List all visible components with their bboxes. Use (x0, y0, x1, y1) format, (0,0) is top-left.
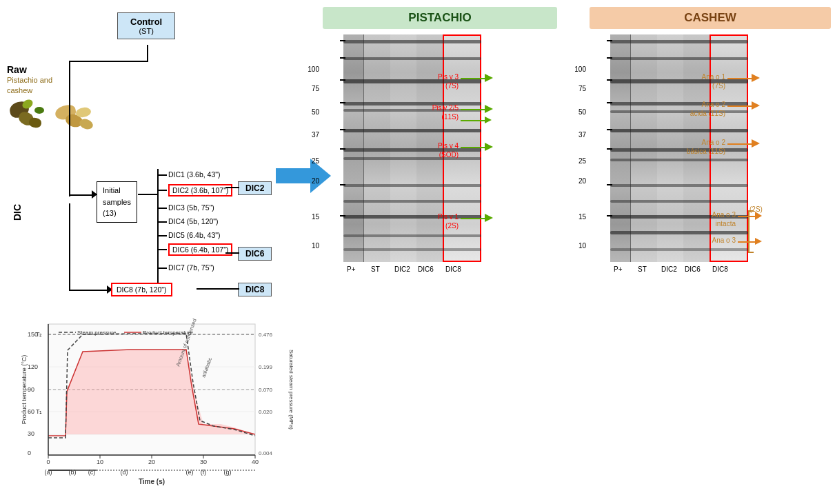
to-init-h-line (70, 194, 94, 196)
chart-area: Product temperature (°C) Saturated steam… (21, 317, 293, 486)
ctrl-h-line (69, 61, 148, 62)
svg-text:(e): (e) (186, 469, 194, 476)
pistachio-title: PISTACHIO (323, 7, 557, 29)
raw-section: Raw Pistachio andcashew (7, 64, 52, 97)
svg-text:0.199: 0.199 (259, 364, 273, 370)
cashew-panel: CASHEW 100 75 50 37 25 20 15 10 (590, 7, 831, 441)
pistachio-panel: PISTACHIO 100 75 50 37 25 20 15 10 (323, 7, 557, 441)
svg-text:Time (s): Time (s) (139, 478, 165, 485)
svg-text:90: 90 (28, 386, 34, 393)
pistachio-image (8, 99, 50, 134)
dic4-label: DIC4 (5b, 120") (168, 217, 219, 225)
dic3-label: DIC3 (5b, 75") (168, 203, 214, 212)
dic-vertical-label: DIC (12, 186, 22, 221)
raw-sublabel: Pistachio andcashew (7, 75, 52, 97)
dic2-to-label (225, 187, 239, 188)
ctrl-v-line2 (69, 61, 70, 90)
svg-text:Saturated steam pressure (MPa): Saturated steam pressure (MPa) (288, 350, 293, 430)
initial-samples-box: Initialsamples(13) (97, 181, 137, 223)
dic8-blue-box: DIC8 (238, 283, 272, 296)
svg-text:30: 30 (28, 430, 34, 437)
chart-svg: Product temperature (°C) Saturated steam… (21, 317, 293, 486)
init-to-dic-line (138, 194, 157, 195)
dic8-item: DIC8 (7b, 120") (111, 283, 172, 296)
svg-text:0.004: 0.004 (259, 450, 273, 456)
cashew-gel: 100 75 50 37 25 20 15 10 (590, 34, 831, 441)
dic6-blue-box: DIC6 (238, 247, 272, 261)
dic8-h-line (69, 290, 110, 291)
dic6-label: DIC6 (6.4b, 107") (168, 243, 232, 256)
dic8-to-label (197, 288, 239, 290)
svg-text:Product temperature (°C): Product temperature (°C) (21, 355, 28, 425)
svg-text:0.070: 0.070 (259, 387, 273, 393)
dic2-blue-box: DIC2 (238, 181, 272, 195)
svg-text:10: 10 (97, 458, 103, 465)
svg-text:30: 30 (200, 458, 207, 465)
svg-text:20: 20 (148, 458, 155, 465)
control-sublabel: (ST) (130, 27, 162, 35)
svg-text:0: 0 (46, 458, 50, 465)
pistachio-gel-image (343, 34, 481, 262)
svg-text:0: 0 (28, 450, 31, 456)
svg-text:T₁: T₁ (36, 408, 43, 415)
svg-text:40: 40 (252, 458, 259, 465)
dic1-label: DIC1 (3.6b, 43") (168, 170, 221, 179)
dic8-v-line (69, 203, 70, 291)
svg-text:Steam pressure: Steam pressure (77, 330, 117, 336)
control-box: Control (ST) (117, 12, 175, 39)
dic2-label: DIC2 (3.6b, 107") (168, 184, 232, 196)
dic5-label: DIC5 (6.4b, 43") (168, 231, 221, 239)
cashew-image (52, 102, 101, 137)
main-v-line (69, 90, 70, 196)
svg-text:120: 120 (28, 363, 38, 370)
dic-items-v-line (157, 169, 159, 290)
ctrl-down-line (147, 45, 148, 62)
raw-label: Raw (7, 64, 52, 75)
control-label: Control (130, 17, 162, 27)
dic7-label: DIC7 (7b, 75") (168, 263, 214, 272)
svg-text:0.020: 0.020 (259, 409, 273, 415)
svg-text:0.476: 0.476 (259, 332, 273, 338)
svg-text:150: 150 (28, 331, 38, 338)
cashew-title: CASHEW (590, 7, 831, 29)
dic6-to-label (225, 252, 239, 254)
pistachio-gel: 100 75 50 37 25 20 15 10 (323, 34, 557, 441)
svg-text:60: 60 (28, 408, 34, 415)
